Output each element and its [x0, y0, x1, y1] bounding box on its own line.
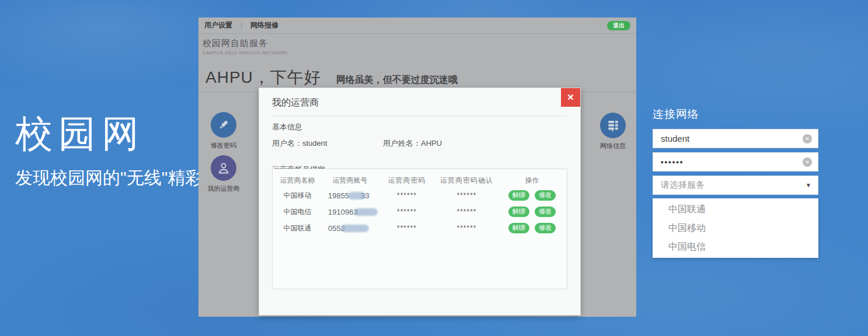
basic-info-row: 用户名：student 用户姓名：AHPU	[272, 138, 567, 149]
greeting: AHPU，下午好 网络虽美，但不要过度沉迷哦	[205, 66, 458, 89]
operator-password: ******	[378, 191, 436, 200]
greeting-message: 网络虽美，但不要过度沉迷哦	[336, 74, 458, 86]
shortcut-label: 网络信息	[591, 142, 635, 150]
hero: 校园网 发现校园网的"无线"精彩	[15, 114, 203, 190]
option-china-telecom[interactable]: 中国电信	[653, 237, 818, 256]
username-field-wrap: ✕	[653, 129, 818, 148]
operator-password-confirm: ******	[436, 224, 497, 232]
row-actions: 解绑 修改	[497, 223, 567, 233]
col-operator-password: 运营商密码	[378, 176, 436, 186]
connect-title: 连接网络	[653, 107, 818, 122]
col-actions: 操作	[497, 176, 567, 186]
username-input[interactable]	[653, 130, 818, 148]
modify-button[interactable]: 修改	[535, 223, 556, 233]
nav-user-settings[interactable]: 用户设置	[204, 20, 232, 30]
person-icon	[211, 155, 236, 181]
close-icon[interactable]: ✕	[561, 88, 580, 107]
option-china-unicom[interactable]: 中国联通	[653, 200, 818, 219]
table-row: 中国电信 1910963 ****** ****** 解绑 修改	[273, 204, 567, 220]
chevron-down-icon: ▼	[806, 182, 811, 188]
table-row: 中国联通 0552 ****** ****** 解绑 修改	[273, 220, 567, 236]
my-operator-modal: ✕ 我的运营商 基本信息 用户名：student 用户姓名：AHPU 运营商帐号…	[259, 88, 581, 316]
brand-block: 校园网自助服务 CAMPUS SELF-SERVICE NETWORK	[198, 34, 636, 55]
unbind-button[interactable]: 解绑	[508, 190, 529, 201]
operator-name: 中国联通	[273, 223, 322, 233]
col-operator-name: 运营商名称	[273, 176, 322, 186]
row-actions: 解绑 修改	[497, 190, 567, 201]
redaction-smudge	[354, 208, 378, 216]
service-options-list: 中国联通 中国移动 中国电信	[653, 198, 818, 258]
shortcut-network-info[interactable]: 网络信息	[591, 113, 635, 150]
password-field-wrap: ✕	[653, 152, 818, 172]
operator-binding-table: 运营商名称 运营商账号 运营商密码 运营商密码确认 操作 中国移动 19855 …	[272, 169, 567, 289]
unbind-button[interactable]: 解绑	[508, 206, 529, 217]
col-operator-password-confirm: 运营商密码确认	[436, 176, 497, 186]
pencil-icon	[211, 112, 236, 138]
operator-account: 1910963	[322, 208, 378, 216]
fullname-pair: 用户姓名：AHPU	[383, 138, 442, 149]
shortcut-label: 我的运营商	[201, 184, 246, 193]
nav-separator	[241, 22, 242, 29]
operator-account: 19855 33	[322, 191, 378, 200]
redaction-smudge	[348, 192, 365, 200]
account-prefix: 19855	[328, 191, 349, 200]
shortcut-my-operator[interactable]: 我的运营商	[201, 155, 246, 193]
clear-icon[interactable]: ✕	[803, 158, 812, 167]
fullname-label: 用户姓名：	[383, 139, 421, 148]
service-select[interactable]: 请选择服务 ▼	[653, 176, 818, 195]
hero-subtitle: 发现校园网的"无线"精彩	[15, 166, 203, 190]
logout-button[interactable]: 退出	[607, 21, 630, 30]
redaction-smudge	[341, 225, 369, 232]
modify-button[interactable]: 修改	[535, 190, 556, 201]
row-actions: 解绑 修改	[497, 206, 567, 217]
table-row: 中国移动 19855 33 ****** ****** 解绑 修改	[273, 187, 567, 204]
top-navigation-bar: 用户设置 网络报修 退出	[198, 18, 636, 34]
greeting-title: AHPU，下午好	[205, 66, 321, 89]
shortcut-label: 修改密码	[201, 141, 246, 150]
basic-info-section-title: 基本信息	[272, 122, 567, 132]
operator-password-confirm: ******	[436, 208, 497, 216]
username-pair: 用户名：student	[272, 138, 383, 149]
option-china-mobile[interactable]: 中国移动	[653, 219, 818, 237]
account-prefix: 1910963	[328, 208, 358, 216]
clear-icon[interactable]: ✕	[803, 134, 812, 144]
username-label: 用户名：	[272, 139, 302, 148]
unbind-button[interactable]: 解绑	[508, 223, 529, 233]
operator-account: 0552	[322, 224, 378, 233]
shortcut-change-password[interactable]: 修改密码	[201, 112, 246, 150]
username-value: student	[302, 139, 327, 148]
operator-password: ******	[378, 224, 436, 232]
server-icon	[600, 113, 626, 138]
service-select-placeholder: 请选择服务	[661, 180, 705, 191]
password-input[interactable]	[653, 153, 818, 171]
operator-password: ******	[378, 208, 436, 216]
brand-title: 校园网自助服务	[203, 38, 632, 49]
table-header-row: 运营商名称 运营商账号 运营商密码 运营商密码确认 操作	[273, 173, 567, 187]
connect-network-panel: 连接网络 ✕ ✕ 请选择服务 ▼ 中国联通 中国移动 中国电信	[653, 107, 818, 258]
hero-title: 校园网	[15, 114, 203, 153]
brand-subtitle: CAMPUS SELF-SERVICE NETWORK	[203, 50, 632, 55]
operator-password-confirm: ******	[436, 191, 497, 200]
fullname-value: AHPU	[421, 139, 442, 148]
nav-network-repair[interactable]: 网络报修	[250, 20, 278, 30]
operator-name: 中国移动	[273, 191, 322, 201]
col-operator-account: 运营商账号	[322, 176, 378, 186]
modal-title: 我的运营商	[272, 97, 567, 116]
operator-name: 中国电信	[273, 207, 322, 217]
modify-button[interactable]: 修改	[535, 206, 556, 217]
